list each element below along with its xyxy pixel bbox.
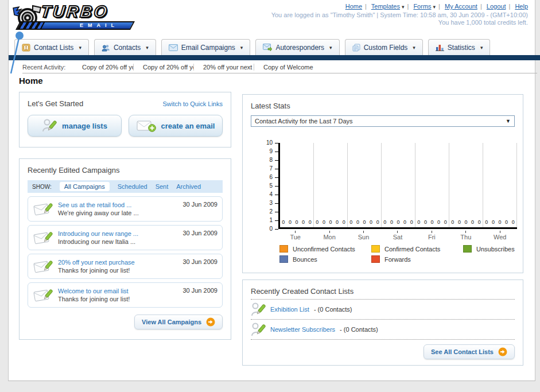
x-axis-label: Sun: [347, 231, 380, 240]
chart-value-label: 0: [356, 219, 359, 225]
chart-value-label: 0: [437, 219, 440, 225]
legend-item: Forwards: [371, 255, 463, 263]
contact-list-row[interactable]: Newsletter Subscribers - (0 Contacts): [251, 320, 515, 340]
switch-quick-links[interactable]: Switch to Quick Links: [162, 100, 223, 107]
legend-swatch-unsubscribes: [463, 245, 472, 253]
get-started-panel: Let's Get Started Switch to Quick Links …: [19, 92, 231, 148]
recent-activity-item[interactable]: Copy of Welcome to: [254, 64, 314, 71]
tab-label: Email Campaigns: [181, 44, 235, 52]
filter-archived[interactable]: Archived: [176, 183, 201, 190]
chart-day-group: 00000: [314, 143, 348, 227]
login-status-line: You are logged in as "Timothy Smith" | S…: [271, 11, 528, 19]
y-axis-label: 7: [269, 165, 273, 172]
recent-activity-label: Recent Activity:: [22, 64, 73, 71]
chart-value-label: 0: [505, 219, 508, 225]
campaign-edit-icon: [33, 286, 53, 304]
chart-value-label: 0: [512, 219, 515, 225]
campaign-date: 30 Jun 2009: [182, 230, 217, 236]
legend-item: Bounces: [279, 255, 371, 263]
chart-value-label: 0: [444, 219, 447, 225]
x-axis-tick: [295, 231, 296, 233]
filter-scheduled[interactable]: Scheduled: [118, 183, 147, 190]
recent-activity-item[interactable]: Copy of 20% off yo: [133, 64, 193, 71]
arrow-circle-icon: [206, 317, 215, 327]
tab-autoresponders[interactable]: Autoresponders: [255, 39, 339, 55]
x-axis-tick: [329, 231, 330, 233]
nav-link-forms[interactable]: Forms: [413, 3, 436, 10]
legend-label: Unconfirmed Contacts: [293, 246, 355, 253]
campaign-row[interactable]: See us at the retail food ... We're givi…: [28, 196, 223, 222]
nav-link-logout[interactable]: Logout: [487, 3, 506, 10]
x-axis-label: Tue: [278, 231, 312, 240]
campaign-title-link[interactable]: See us at the retail food ...: [58, 201, 178, 209]
create-email-button[interactable]: create an email: [129, 115, 223, 137]
campaign-title-link[interactable]: 20% off your next purchase: [58, 258, 178, 266]
chart-value-label: 0: [390, 219, 393, 225]
contact-list-count: - (0 Contacts): [314, 306, 352, 313]
x-axis-tick: [465, 231, 466, 233]
x-axis-day: Mon: [312, 234, 346, 240]
legend-label: Confirmed Contacts: [384, 246, 440, 253]
chart-value-label: 0: [430, 219, 433, 225]
chart-value-label: 0: [424, 219, 427, 225]
contact-list-row[interactable]: Exhibition List - (0 Contacts): [251, 300, 515, 320]
custom-fields-icon: [352, 44, 360, 52]
y-axis-label: 10: [266, 139, 273, 146]
chart-legend: Unconfirmed Contacts Confirmed Contacts …: [279, 245, 515, 263]
tab-email-campaigns[interactable]: Email Campaigns: [161, 39, 251, 55]
chart-value-label: 0: [329, 219, 332, 225]
campaign-row[interactable]: 20% off your next purchase Thanks for jo…: [28, 254, 223, 279]
envelope-icon: [169, 44, 178, 51]
manage-lists-button[interactable]: manage lists: [28, 115, 122, 137]
tab-contacts[interactable]: Contacts: [94, 39, 156, 55]
contacts-icon: [102, 44, 110, 52]
chart-value-label: 0: [282, 219, 285, 225]
campaign-title-link[interactable]: Introducing our new range ...: [58, 230, 178, 238]
recent-activity-text: Copy of 20% off yo: [82, 64, 133, 71]
main-nav-tabs: Contact Lists Contacts Email Campaigns A…: [14, 39, 490, 55]
legend-item: Confirmed Contacts: [371, 245, 463, 253]
statistics-icon: [436, 44, 444, 51]
chart-value-label: 0: [397, 219, 399, 225]
recent-activity-text: Copy of Welcome to: [263, 64, 314, 71]
legend-swatch-forwards: [371, 255, 380, 263]
arrow-circle-icon: [498, 347, 507, 356]
y-axis-label: 6: [269, 174, 273, 180]
tab-label: Autoresponders: [275, 44, 324, 52]
nav-separator: |: [365, 3, 367, 10]
filter-all-campaigns[interactable]: All Campaigns: [60, 182, 110, 191]
legend-item: Unsubscribes: [463, 245, 515, 253]
see-all-contact-lists-button[interactable]: See All Contact Lists: [424, 344, 515, 359]
contact-list-link[interactable]: Newsletter Subscribers: [270, 326, 335, 333]
tab-statistics[interactable]: Statistics: [428, 39, 491, 55]
campaign-edit-icon: [33, 229, 53, 246]
x-axis-tick: [363, 231, 364, 233]
view-all-campaigns-button[interactable]: View All Campaigns: [134, 315, 223, 329]
x-axis-label: Wed: [483, 231, 517, 240]
nav-link-home[interactable]: Home: [345, 3, 362, 10]
x-axis-day: Tue: [278, 234, 312, 240]
nav-link-help[interactable]: Help: [515, 3, 528, 10]
chart-value-label: 0: [410, 219, 413, 225]
contact-list-link[interactable]: Exhibition List: [270, 306, 309, 313]
tab-label: Contact Lists: [34, 44, 73, 52]
nav-link-my-account[interactable]: My Account: [445, 3, 477, 10]
campaign-row[interactable]: Welcome to our email list Thanks for joi…: [28, 282, 223, 308]
x-axis-day: Fri: [415, 234, 449, 240]
recent-activity-item[interactable]: 20% off your next p: [193, 64, 254, 71]
logo[interactable]: TURBO EMAIL: [12, 2, 144, 36]
x-axis-tick: [500, 231, 500, 233]
x-axis-label: Mon: [312, 231, 346, 240]
campaign-row[interactable]: Introducing our new range ... Introducin…: [28, 225, 223, 250]
y-axis-label: 0: [269, 226, 273, 232]
campaign-title-link[interactable]: Welcome to our email list: [58, 287, 178, 295]
x-axis-tick: [432, 231, 432, 233]
campaign-date: 30 Jun 2009: [182, 258, 217, 265]
nav-separator: |: [508, 3, 510, 10]
x-axis-day: Sun: [347, 234, 380, 240]
chart-value-label: 0: [478, 219, 481, 225]
tab-custom-fields[interactable]: Custom Fields: [345, 39, 423, 55]
filter-sent[interactable]: Sent: [156, 183, 169, 190]
recent-activity-item[interactable]: Copy of 20% off yo: [73, 64, 133, 71]
nav-link-templates[interactable]: Templates: [371, 3, 405, 10]
